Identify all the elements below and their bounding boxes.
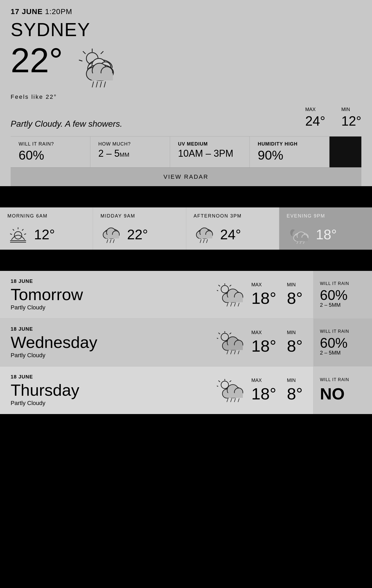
midday-temp: 22°	[127, 227, 148, 242]
rain-chance-cell: WILL IT RAIN? 60%	[11, 137, 90, 167]
rain-pct-tomorrow: 60%	[320, 288, 366, 302]
svg-line-22	[24, 234, 26, 235]
view-radar-button[interactable]: VIEW RADAR	[11, 167, 361, 186]
forecast-day-tomorrow: Tomorrow	[11, 286, 209, 303]
forecast-desc-thursday: Partly Cloudy	[11, 400, 209, 407]
humidity-label: HUMIDITY HIGH	[258, 141, 321, 147]
svg-rect-14	[92, 73, 113, 80]
date: 17 JUNE	[11, 7, 43, 16]
svg-line-42	[206, 240, 208, 243]
time-cell-evening: EVENING 9PM 18°	[279, 207, 372, 250]
time-cell-morning: MORNING 6AM 12°	[0, 207, 93, 250]
forecast-rain-wednesday: WILL IT RAIN 60% 2 – 5MM	[314, 319, 372, 366]
forecast-left-wednesday: 18 JUNE Wednesday Partly Cloudy	[11, 326, 209, 359]
uv-cell: UV MEDIUM 10AM – 3PM	[170, 137, 250, 167]
forecast-row-wednesday: 18 JUNE Wednesday Partly Cloudy	[0, 319, 372, 367]
svg-line-68	[217, 338, 218, 339]
svg-line-67	[218, 333, 220, 334]
max-min: MAX 24° MIN 12°	[305, 107, 361, 129]
forecast-section: 18 JUNE Tomorrow Partly Cloudy	[0, 271, 372, 414]
svg-rect-60	[226, 297, 243, 302]
svg-line-54	[217, 290, 218, 291]
forecast-icon-thursday	[217, 378, 243, 402]
forecast-min-thursday: MIN 8°	[287, 378, 303, 403]
svg-point-69	[221, 333, 229, 341]
svg-line-90	[231, 399, 232, 402]
max-label: MAX	[305, 107, 326, 112]
rain-chance-label: WILL IT RAIN?	[19, 141, 82, 147]
rain-mm-tomorrow: 2 – 5MM	[320, 302, 366, 308]
svg-rect-47	[296, 238, 308, 241]
forecast-rain-thursday: WILL IT RAIN NO	[314, 367, 372, 414]
svg-rect-88	[226, 393, 243, 398]
afternoon-temp: 24°	[220, 227, 241, 242]
svg-line-81	[218, 381, 220, 382]
forecast-main-thursday: 18 JUNE Thursday Partly Cloudy	[0, 367, 314, 414]
forecast-date-wednesday: 18 JUNE	[11, 326, 209, 332]
svg-line-62	[231, 303, 232, 306]
forecast-desc-tomorrow: Partly Cloudy	[11, 304, 209, 311]
svg-line-91	[234, 399, 235, 402]
temperature-row: 22°	[11, 43, 361, 92]
evening-temp: 18°	[316, 227, 337, 242]
rain-chance-value: 60%	[19, 148, 44, 162]
svg-rect-74	[226, 345, 243, 350]
forecast-temps-thursday: MAX 18° MIN 8°	[251, 378, 303, 403]
rain-label-wednesday: WILL IT RAIN	[320, 329, 366, 334]
cloudy-rain-icon-afternoon	[194, 225, 215, 244]
forecast-rain-tomorrow: WILL IT RAIN 60% 2 – 5MM	[314, 271, 372, 318]
forecast-main-wednesday: 18 JUNE Wednesday Partly Cloudy	[0, 319, 314, 366]
svg-line-92	[238, 399, 239, 402]
rain-pct-wednesday: 60%	[320, 336, 366, 350]
weather-description: Partly Cloudy. A few showers.	[11, 119, 122, 129]
forecast-main-tomorrow: 18 JUNE Tomorrow Partly Cloudy	[0, 271, 314, 318]
morning-temp: 12°	[34, 227, 55, 242]
min-value: 12°	[341, 114, 361, 129]
forecast-date-thursday: 18 JUNE	[11, 374, 209, 380]
svg-line-34	[113, 240, 114, 243]
svg-line-33	[110, 240, 111, 243]
svg-line-32	[107, 240, 108, 243]
forecast-max-thursday: MAX 18°	[251, 378, 276, 403]
forecast-row-tomorrow: 18 JUNE Tomorrow Partly Cloudy	[0, 271, 372, 319]
rain-label-tomorrow: WILL IT RAIN	[320, 281, 366, 286]
svg-line-76	[231, 351, 232, 354]
time-cell-afternoon: AFTERNOON 3PM 24°	[186, 207, 279, 250]
forecast-day-wednesday: Wednesday	[11, 334, 209, 351]
afternoon-label: AFTERNOON 3PM	[194, 213, 272, 219]
rain-mm-wednesday: 2 – 5MM	[320, 350, 366, 356]
svg-line-53	[218, 285, 220, 286]
forecast-icon-tomorrow	[217, 283, 243, 307]
svg-line-89	[227, 399, 228, 402]
forecast-left-thursday: 18 JUNE Thursday Partly Cloudy	[11, 374, 209, 407]
svg-line-23	[10, 234, 12, 235]
info-bar: WILL IT RAIN? 60% HOW MUCH? 2 – 5MM UV M…	[11, 136, 361, 167]
forecast-row-thursday: 18 JUNE Thursday Partly Cloudy	[0, 367, 372, 414]
city-name: SYDNEY	[11, 19, 361, 40]
forecast-max-wednesday: MAX 18°	[251, 330, 276, 355]
time-cell-midday: MIDDAY 9AM 22°	[93, 207, 186, 250]
dark-cell	[329, 137, 361, 167]
humidity-value: 90%	[258, 148, 283, 162]
svg-line-75	[227, 351, 228, 354]
svg-line-66	[230, 333, 231, 334]
uv-label: UV MEDIUM	[178, 141, 242, 147]
svg-point-83	[221, 381, 229, 389]
humidity-cell: HUMIDITY HIGH 90%	[250, 137, 329, 167]
svg-line-3	[79, 60, 82, 61]
afternoon-content: 24°	[194, 225, 272, 244]
time-of-day-row: MORNING 6AM 12° MIDDAY 9A	[0, 207, 372, 250]
date-time: 17 JUNE 1:20PM	[11, 7, 361, 16]
svg-line-48	[297, 242, 298, 244]
forecast-day-thursday: Thursday	[11, 381, 209, 399]
svg-line-20	[22, 229, 23, 231]
how-much-label: HOW MUCH?	[98, 141, 162, 147]
cloudy-rain-icon-midday	[100, 225, 122, 244]
svg-line-52	[230, 285, 231, 286]
evening-content: 18°	[287, 225, 365, 244]
svg-line-78	[238, 351, 239, 354]
svg-point-55	[221, 286, 229, 293]
max-value: 24°	[305, 114, 326, 129]
min-block: MIN 12°	[341, 107, 361, 129]
time: 1:20PM	[45, 7, 72, 16]
